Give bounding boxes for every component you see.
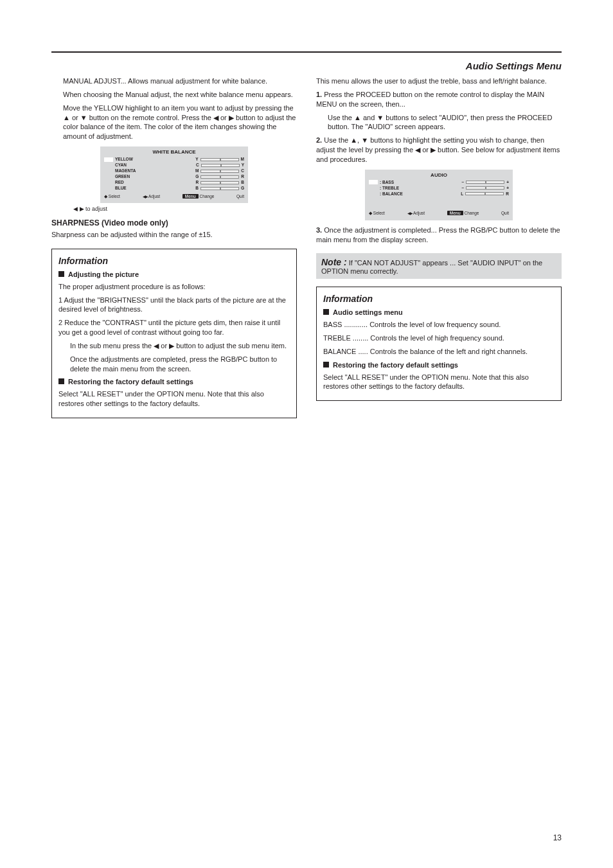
slider: [200, 158, 239, 161]
manual-adjust-line: MANUAL ADJUST... Allows manual adjustmen…: [63, 76, 297, 86]
step-3-body: Once the adjustment is completed... Pres…: [316, 226, 560, 244]
section-title: Audio Settings Menu: [466, 60, 562, 71]
step-1-num: 1.: [316, 91, 322, 98]
audio-bass: BASS ............ Controls the level of …: [323, 320, 555, 330]
step-3: 3. Once the adjustment is completed... P…: [316, 226, 562, 245]
info-bullet-1-title: Audio settings menu: [333, 308, 403, 317]
osd-audio: AUDIO : BASS−+ : TREBLE−+ : BALANCELR Se…: [365, 170, 513, 220]
osd-title: WHITE BALANCE: [104, 149, 244, 155]
sharpness-heading: SHARPNESS (Video mode only): [51, 218, 297, 227]
osd-nav: Select Adjust Menu Change Quit: [104, 194, 244, 199]
information-box-left: Information Adjusting the picture The pr…: [51, 249, 297, 418]
info-bullet-2-title: Restoring the factory default settings: [68, 377, 193, 387]
info-line-2: 1 Adjust the "BRIGHTNESS" until the blac…: [58, 296, 290, 315]
step-2-num: 2.: [316, 136, 322, 144]
osd-white-balance: WHITE BALANCE YELLOWYM CYANCY MAGENTAMC …: [100, 146, 248, 203]
slider: [200, 187, 239, 190]
info-bullet-2: Restoring the factory default settings: [58, 377, 290, 387]
slider: [466, 186, 504, 190]
information-box-right: Information Audio settings menu BASS ...…: [316, 287, 562, 401]
info-bullet-2: Restoring the factory default settings: [323, 360, 555, 370]
step-2: 2. Use the ▲, ▼ buttons to highlight the…: [316, 136, 562, 164]
info-bullet-1: Adjusting the picture: [58, 270, 290, 279]
audio-intro: This menu allows the user to adjust the …: [316, 76, 562, 86]
osd-swatch: [369, 180, 378, 184]
audio-treble: TREBLE ........ Controls the level of hi…: [323, 333, 555, 343]
note-title: Note :: [321, 257, 347, 267]
info-line-4a: In the sub menu press the ◀ or ▶ button …: [70, 341, 290, 351]
step-1-body-a: Press the PROCEED button on the remote c…: [316, 91, 544, 108]
info-bullet-2-body: Select "ALL RESET" under the OPTION menu…: [58, 389, 290, 409]
step-1-body-b: Use the ▲ and ▼ buttons to select "AUDIO…: [328, 113, 562, 132]
slider: [200, 170, 239, 173]
manual-adjust-followup-a: When choosing the Manual adjust, the nex…: [63, 90, 297, 100]
info-bullet-2-body: Select "ALL RESET" under the OPTION menu…: [323, 373, 555, 392]
step-3-num: 3.: [316, 226, 322, 234]
osd-swatch: [104, 157, 113, 162]
manual-adjust-followup-b: Move the YELLOW highlight to an item you…: [63, 103, 297, 141]
infobox-title: Information: [323, 294, 555, 304]
square-bullet-icon: [323, 362, 329, 368]
note-box: Note : If "CAN NOT ADJUST" appears ... S…: [316, 253, 562, 279]
slider: [200, 175, 239, 179]
step-1: 1. Press the PROCEED button on the remot…: [316, 90, 562, 109]
slider: [200, 181, 239, 184]
info-line-4b: Once the adjustments are completed, pres…: [70, 355, 290, 374]
osd-title: AUDIO: [369, 172, 509, 179]
slider: [201, 164, 240, 167]
info-bullet-1-title: Adjusting the picture: [68, 270, 139, 279]
sharpness-body: Sharpness can be adjusted within the ran…: [51, 230, 297, 240]
square-bullet-icon: [58, 271, 64, 277]
osd-nav: Select Adjust Menu Change Quit: [369, 211, 509, 216]
info-bullet-1: Audio settings menu: [323, 308, 555, 317]
info-line-3: 2 Reduce the "CONTRAST" until the pictur…: [58, 318, 290, 337]
page-number: 13: [553, 833, 562, 842]
header: Audio Settings Menu: [51, 60, 562, 71]
slider: [465, 192, 504, 195]
step-2-body: Use the ▲, ▼ buttons to highlight the se…: [316, 136, 560, 163]
info-line-1: The proper adjustment procedure is as fo…: [58, 282, 290, 292]
slider: [466, 181, 504, 184]
osd-caption: ◀ ▶ to adjust: [73, 206, 297, 212]
square-bullet-icon: [58, 378, 64, 384]
note-body: If "CAN NOT ADJUST" appears ... Set "AUD…: [321, 259, 542, 275]
right-column: This menu allows the user to adjust the …: [316, 76, 562, 418]
columns: MANUAL ADJUST... Allows manual adjustmen…: [51, 76, 562, 418]
infobox-title: Information: [58, 256, 290, 266]
top-rule: [51, 51, 562, 53]
info-bullet-2-title: Restoring the factory default settings: [333, 360, 458, 370]
left-column: MANUAL ADJUST... Allows manual adjustmen…: [51, 76, 297, 418]
audio-balance: BALANCE ..... Controls the balance of th…: [323, 347, 555, 357]
square-bullet-icon: [323, 309, 329, 315]
